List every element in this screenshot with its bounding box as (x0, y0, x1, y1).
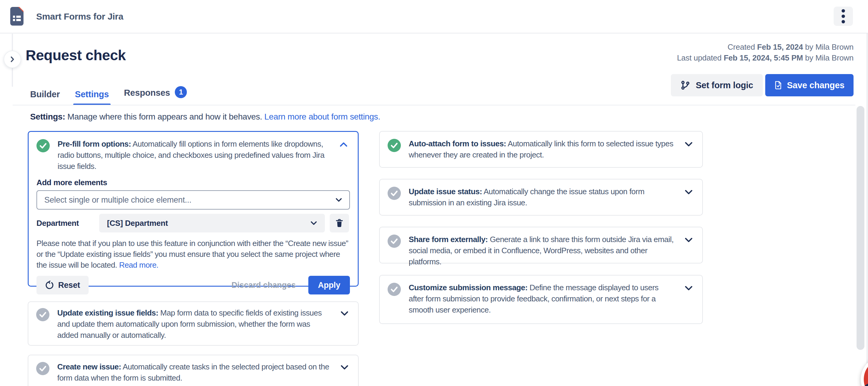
discard-changes-button[interactable]: Discard changes (231, 281, 296, 290)
disabled-check-icon (36, 308, 50, 321)
tab-responses[interactable]: Responses 1 (124, 86, 187, 105)
disabled-check-icon (388, 187, 401, 200)
window-edge (867, 0, 867, 386)
card-auto-attach-form: Auto-attach form to issues: Automaticall… (379, 131, 703, 168)
form-meta: Created Feb 15, 2024 by Mila Brown Last … (677, 41, 854, 63)
prefilled-element-row: Department [CS] Department (36, 214, 350, 233)
set-form-logic-button[interactable]: Set form logic (671, 74, 763, 96)
card-title-text: Pre-fill form options: Automatically fil… (58, 139, 330, 172)
card-title-text: Create new issue: Automatically create t… (57, 361, 330, 384)
branch-icon (681, 80, 690, 90)
card-header: Pre-fill form options: Automatically fil… (36, 139, 350, 172)
chevron-down-icon (685, 190, 692, 195)
responses-count-badge: 1 (175, 86, 187, 98)
card-title-text: Update issue status: Automatically chang… (409, 186, 675, 208)
overflow-menu-button[interactable] (834, 7, 853, 26)
expand-card-button[interactable] (338, 308, 351, 319)
sidebar-expand-button[interactable] (4, 50, 21, 68)
prefill-footer: Reset Discard changes Apply (36, 276, 350, 294)
card-prefill-form-options: Pre-fill form options: Automatically fil… (28, 131, 359, 287)
apply-button[interactable]: Apply (308, 276, 350, 294)
header-actions: Set form logic Save changes (671, 74, 854, 96)
disabled-check-icon (388, 235, 401, 248)
card-title-text: Update existing issue fields: Map form d… (57, 307, 330, 341)
disabled-check-icon (36, 362, 50, 375)
chevron-down-icon (685, 238, 692, 242)
chevron-down-icon (336, 198, 342, 202)
vertical-ellipsis-icon (841, 9, 845, 24)
department-field-value: [CS] Department (107, 219, 168, 228)
tab-builder[interactable]: Builder (30, 90, 60, 105)
tabs-divider (13, 105, 855, 105)
enabled-check-icon (388, 139, 401, 152)
scrollbar-thumb[interactable] (857, 106, 864, 350)
settings-intro: Settings: Manage where this form appears… (30, 112, 380, 121)
add-more-elements-label: Add more elements (36, 178, 350, 187)
card-title-text: Share form externally: Generate a link t… (409, 234, 675, 267)
expand-card-button[interactable] (682, 139, 695, 150)
app-logo-icon (10, 7, 24, 26)
tab-settings[interactable]: Settings (75, 90, 109, 105)
chevron-down-icon (310, 221, 317, 225)
collapse-card-button[interactable] (337, 139, 350, 150)
expand-card-button[interactable] (682, 235, 695, 245)
card-customize-submission-message: Customize submission message: Define the… (379, 275, 703, 324)
read-more-link[interactable]: Read more. (119, 260, 158, 270)
chevron-down-icon (685, 142, 692, 147)
card-title-text: Auto-attach form to issues: Automaticall… (409, 138, 675, 161)
delete-row-button[interactable] (330, 214, 349, 233)
top-app-bar: Smart Forms for Jira (0, 0, 868, 33)
element-select[interactable]: Select single or multiple choice element… (36, 190, 350, 210)
card-share-form-externally: Share form externally: Generate a link t… (379, 227, 703, 264)
chevron-right-icon (10, 56, 14, 63)
learn-more-link[interactable]: Learn more about form settings. (264, 112, 380, 121)
expand-card-button[interactable] (682, 283, 695, 293)
department-label: Department (36, 219, 99, 228)
page-title: Request check (26, 47, 126, 64)
card-title-text: Customize submission message: Define the… (409, 282, 675, 316)
save-changes-button[interactable]: Save changes (765, 74, 854, 96)
select-placeholder: Select single or multiple choice element… (44, 196, 191, 205)
chevron-down-icon (341, 365, 348, 370)
expand-card-button[interactable] (338, 362, 351, 373)
reset-button[interactable]: Reset (36, 276, 89, 294)
form-tabs: Builder Settings Responses 1 (30, 86, 187, 105)
prefill-note: Please note that if you plan to use this… (36, 238, 350, 270)
enabled-check-icon (36, 139, 50, 152)
updated-meta: Last updated Feb 15, 2024, 5:45 PM by Mi… (677, 52, 854, 63)
expand-card-button[interactable] (682, 187, 695, 198)
chevron-down-icon (341, 311, 348, 316)
chevron-up-icon (340, 142, 347, 147)
chevron-down-icon (685, 286, 692, 290)
department-field-select[interactable]: [CS] Department (99, 214, 325, 233)
save-document-icon (774, 81, 782, 90)
reset-icon (45, 281, 54, 290)
disabled-check-icon (388, 283, 401, 296)
card-create-new-issue: Create new issue: Automatically create t… (28, 355, 359, 386)
card-update-existing-issue-fields: Update existing issue fields: Map form d… (28, 302, 359, 346)
created-meta: Created Feb 15, 2024 by Mila Brown (677, 41, 854, 52)
trash-icon (336, 219, 343, 227)
app-title: Smart Forms for Jira (36, 11, 123, 22)
card-update-issue-status: Update issue status: Automatically chang… (379, 179, 703, 216)
